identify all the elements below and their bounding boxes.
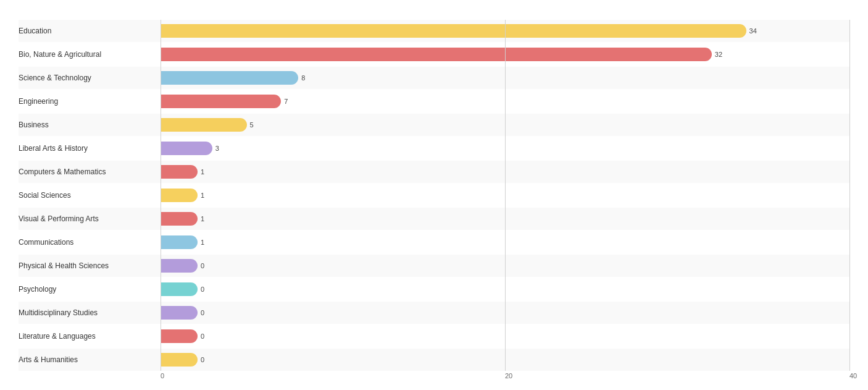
bar-label-area: Psychology bbox=[19, 285, 161, 294]
bar-container: 8 bbox=[161, 71, 849, 85]
bar-value-label: 1 bbox=[201, 168, 204, 176]
x-tick-label: 40 bbox=[849, 372, 857, 379]
bar-label-text: Communications bbox=[19, 238, 73, 247]
bar-value-label: 1 bbox=[201, 215, 204, 223]
bar-label-area: Engineering bbox=[19, 97, 161, 106]
bar-row: Physical & Health Sciences0 bbox=[19, 255, 849, 277]
bar-value-label: 1 bbox=[201, 239, 204, 246]
x-tick-label: 20 bbox=[505, 372, 512, 379]
bar bbox=[161, 165, 198, 179]
bar bbox=[161, 235, 198, 249]
bar-label-area: Physical & Health Sciences bbox=[19, 261, 161, 270]
bar-label-text: Bio, Nature & Agricultural bbox=[19, 50, 101, 59]
bar-label-area: Visual & Performing Arts bbox=[19, 214, 161, 223]
bar-row: Liberal Arts & History3 bbox=[19, 137, 849, 159]
bar-container: 0 bbox=[161, 282, 849, 296]
bar-label-area: Liberal Arts & History bbox=[19, 144, 161, 153]
bar bbox=[161, 71, 298, 85]
bar-row: Multidisciplinary Studies0 bbox=[19, 302, 849, 324]
bar-label-area: Bio, Nature & Agricultural bbox=[19, 50, 161, 59]
bar-row: Visual & Performing Arts1 bbox=[19, 208, 849, 230]
bar-value-label: 0 bbox=[201, 262, 204, 269]
bar bbox=[161, 353, 198, 367]
bar bbox=[161, 282, 198, 296]
bar-value-label: 5 bbox=[250, 121, 254, 129]
chart-area: Education34Bio, Nature & Agricultural32S… bbox=[19, 20, 849, 384]
bar-container: 0 bbox=[161, 259, 849, 273]
bar-label-text: Science & Technology bbox=[19, 74, 91, 82]
bar-container: 32 bbox=[161, 48, 849, 61]
bar-container: 7 bbox=[161, 95, 849, 108]
bars-grid: Education34Bio, Nature & Agricultural32S… bbox=[19, 20, 849, 371]
bar-label-area: Social Sciences bbox=[19, 191, 161, 200]
bar-row: Arts & Humanities0 bbox=[19, 349, 849, 371]
bar-row: Bio, Nature & Agricultural32 bbox=[19, 43, 849, 66]
bar bbox=[161, 306, 198, 320]
bar-label-text: Visual & Performing Arts bbox=[19, 214, 99, 223]
bar-container: 34 bbox=[161, 24, 849, 38]
bar-row: Communications1 bbox=[19, 231, 849, 253]
bar-value-label: 1 bbox=[201, 192, 204, 199]
bar-row: Science & Technology8 bbox=[19, 67, 849, 89]
bar-value-label: 0 bbox=[201, 356, 204, 363]
bar-label-text: Psychology bbox=[19, 285, 56, 294]
bar bbox=[161, 189, 198, 202]
bar bbox=[161, 259, 198, 273]
bar-label-text: Business bbox=[19, 121, 49, 129]
bar-container: 0 bbox=[161, 353, 849, 367]
bar-label-text: Arts & Humanities bbox=[19, 355, 78, 364]
bar-container: 3 bbox=[161, 142, 849, 155]
bar-row: Engineering7 bbox=[19, 90, 849, 112]
bar-value-label: 0 bbox=[201, 333, 204, 340]
bar-label-text: Literature & Languages bbox=[19, 332, 96, 341]
bar-label-area: Computers & Mathematics bbox=[19, 167, 161, 176]
bar-value-label: 7 bbox=[284, 98, 288, 105]
bar-row: Psychology0 bbox=[19, 278, 849, 300]
bar-label-area: Arts & Humanities bbox=[19, 355, 161, 364]
bar bbox=[161, 48, 712, 61]
bar bbox=[161, 142, 212, 155]
x-axis: 02040 bbox=[161, 372, 849, 384]
bar-label-text: Liberal Arts & History bbox=[19, 144, 88, 153]
bar-container: 0 bbox=[161, 329, 849, 343]
bar-container: 1 bbox=[161, 212, 849, 226]
bar-container: 1 bbox=[161, 235, 849, 249]
x-tick-label: 0 bbox=[161, 372, 164, 379]
bar-value-label: 34 bbox=[749, 27, 757, 35]
bar-value-label: 32 bbox=[715, 51, 722, 58]
bar-container: 0 bbox=[161, 306, 849, 320]
bar-label-text: Engineering bbox=[19, 97, 58, 106]
bar-value-label: 0 bbox=[201, 309, 204, 316]
bar-row: Computers & Mathematics1 bbox=[19, 161, 849, 183]
bar bbox=[161, 95, 281, 108]
bar-label-area: Literature & Languages bbox=[19, 332, 161, 341]
bar-row: Business5 bbox=[19, 114, 849, 136]
bar bbox=[161, 24, 746, 38]
bar-value-label: 3 bbox=[215, 145, 219, 152]
bar-container: 5 bbox=[161, 118, 849, 132]
bar-label-text: Physical & Health Sciences bbox=[19, 261, 109, 270]
bar-label-area: Business bbox=[19, 121, 161, 129]
bar-label-area: Education bbox=[19, 27, 161, 35]
grid-line bbox=[849, 20, 850, 371]
bar bbox=[161, 212, 198, 226]
bar-label-area: Multidisciplinary Studies bbox=[19, 308, 161, 317]
bar-label-text: Multidisciplinary Studies bbox=[19, 308, 98, 317]
bar-container: 1 bbox=[161, 189, 849, 202]
bar-value-label: 0 bbox=[201, 286, 204, 293]
bar-value-label: 8 bbox=[301, 74, 305, 82]
bar-label-area: Communications bbox=[19, 238, 161, 247]
bar-container: 1 bbox=[161, 165, 849, 179]
bar-row: Social Sciences1 bbox=[19, 184, 849, 206]
bar-label-text: Education bbox=[19, 27, 51, 35]
bar-row: Education34 bbox=[19, 20, 849, 42]
bar-row: Literature & Languages0 bbox=[19, 325, 849, 347]
bar bbox=[161, 329, 198, 343]
bar-label-text: Social Sciences bbox=[19, 191, 71, 200]
bar-label-area: Science & Technology bbox=[19, 74, 161, 82]
bar-label-text: Computers & Mathematics bbox=[19, 167, 106, 176]
bar bbox=[161, 118, 247, 132]
